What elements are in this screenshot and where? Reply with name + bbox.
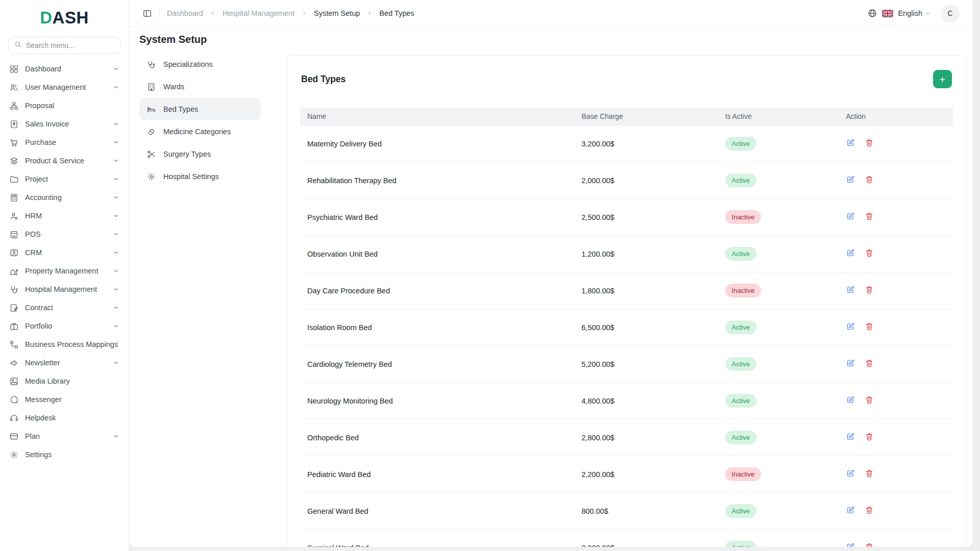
table-row: Maternity Delivery Bed3,200.00$Active xyxy=(300,126,953,162)
sidebar-item-product-service[interactable]: Product & Service xyxy=(5,152,124,170)
users-icon xyxy=(9,83,19,92)
delete-button[interactable] xyxy=(865,395,874,406)
app-logo: D ASH xyxy=(0,0,129,36)
trash-icon xyxy=(865,359,874,369)
status-badge: Active xyxy=(725,541,756,547)
sidebar-item-hrm[interactable]: HRM xyxy=(5,207,124,225)
breadcrumb-separator-icon xyxy=(366,10,373,16)
sidebar-item-label: Settings xyxy=(25,450,52,459)
sidebar-item-media-library[interactable]: Media Library xyxy=(5,372,124,390)
sidebar-nav: DashboardUser ManagementProposalSales In… xyxy=(0,54,129,551)
sidebar-item-sales-invoice[interactable]: Sales Invoice xyxy=(5,115,124,133)
sidebar-item-helpdesk[interactable]: Helpdesk xyxy=(5,409,124,427)
edit-button[interactable] xyxy=(846,395,855,406)
base-charge-cell: 5,200.00$ xyxy=(574,346,718,383)
action-cell xyxy=(839,346,953,383)
setup-menu-item-bed-types[interactable]: Bed Types xyxy=(139,98,261,120)
sidebar-item-crm[interactable]: CRM xyxy=(5,243,124,262)
sidebar-item-purchase[interactable]: Purchase xyxy=(5,133,124,152)
chevron-down-icon xyxy=(112,304,119,311)
delete-button[interactable] xyxy=(865,248,874,259)
column-header-is-active: Is Active xyxy=(718,108,839,126)
setup-menu-item-medicine-categories[interactable]: Medicine Categories xyxy=(139,120,261,143)
delete-button[interactable] xyxy=(865,469,874,480)
sidebar-item-hospital-management[interactable]: Hospital Management xyxy=(5,280,124,298)
delete-button[interactable] xyxy=(865,506,874,516)
table-row: Rehabilitation Therapy Bed2,000.00$Activ… xyxy=(300,162,953,199)
edit-button[interactable] xyxy=(846,542,855,547)
sidebar-search xyxy=(8,37,120,54)
search-input[interactable] xyxy=(26,41,115,49)
is-active-cell: Active xyxy=(718,493,839,530)
sidebar-item-settings[interactable]: Settings xyxy=(5,445,124,464)
sidebar-item-accounting[interactable]: Accounting xyxy=(5,188,124,207)
status-badge: Active xyxy=(725,431,756,444)
breadcrumb-separator-icon xyxy=(301,10,307,16)
breadcrumb-separator-icon xyxy=(210,10,216,16)
edit-button[interactable] xyxy=(846,285,855,296)
sidebar-item-project[interactable]: Project xyxy=(5,170,124,188)
edit-button[interactable] xyxy=(846,469,855,480)
sidebar-item-dashboard[interactable]: Dashboard xyxy=(5,60,124,78)
setup-menu: SpecializationsWardsBed TypesMedicine Ca… xyxy=(139,53,261,188)
sidebar-item-label: Media Library xyxy=(25,377,70,385)
breadcrumb-item-dashboard[interactable]: Dashboard xyxy=(167,9,203,17)
breadcrumb-item-hospital-management[interactable]: Hospital Management xyxy=(223,9,295,17)
sidebar-toggle-icon[interactable] xyxy=(142,9,152,18)
edit-icon xyxy=(846,175,855,186)
sidebar-item-business-process-mappings[interactable]: Business Process Mappings xyxy=(5,335,124,354)
edit-button[interactable] xyxy=(846,359,855,369)
sidebar-item-label: HRM xyxy=(25,212,42,220)
topbar: DashboardHospital ManagementSystem Setup… xyxy=(129,0,973,27)
edit-button[interactable] xyxy=(846,248,855,259)
store-icon xyxy=(9,230,19,239)
edit-button[interactable] xyxy=(846,432,855,443)
column-header-name: Name xyxy=(300,108,574,126)
edit-button[interactable] xyxy=(846,138,855,149)
delete-button[interactable] xyxy=(865,322,874,333)
sidebar-item-portfolio[interactable]: Portfolio xyxy=(5,317,124,335)
sidebar-item-label: Hospital Management xyxy=(25,285,97,293)
edit-icon xyxy=(846,248,855,259)
delete-button[interactable] xyxy=(865,175,874,186)
sidebar-item-newsletter[interactable]: Newsletter xyxy=(5,354,124,372)
sidebar-item-messenger[interactable]: Messenger xyxy=(5,390,124,409)
chevron-down-icon xyxy=(112,139,119,146)
bed-types-card: Bed Types + NameBase ChargeIs ActiveActi… xyxy=(286,55,967,547)
edit-button[interactable] xyxy=(846,212,855,222)
setup-menu-item-hospital-settings[interactable]: Hospital Settings xyxy=(139,165,261,188)
edit-button[interactable] xyxy=(846,322,855,333)
add-bed-type-button[interactable]: + xyxy=(933,70,952,88)
action-cell xyxy=(839,383,953,419)
delete-button[interactable] xyxy=(865,212,874,222)
edit-button[interactable] xyxy=(846,506,855,516)
setup-menu-item-surgery-types[interactable]: Surgery Types xyxy=(139,143,261,165)
language-selector[interactable]: English xyxy=(898,9,932,17)
table-row: Pediatric Ward Bed2,200.00$Inactive xyxy=(300,456,953,493)
topbar-right: English C xyxy=(867,4,960,23)
sidebar-item-proposal[interactable]: Proposal xyxy=(5,96,124,115)
avatar[interactable]: C xyxy=(941,4,960,23)
sidebar-item-contract[interactable]: Contract xyxy=(5,298,124,317)
sidebar-item-user-management[interactable]: User Management xyxy=(5,78,124,96)
sidebar-item-plan[interactable]: Plan xyxy=(5,427,124,445)
sidebar-item-label: Plan xyxy=(25,432,40,440)
delete-button[interactable] xyxy=(865,138,874,149)
edit-icon xyxy=(846,506,855,516)
sidebar-item-property-management[interactable]: Property Management xyxy=(5,262,124,280)
table-row: Orthopedic Bed2,800.00$Active xyxy=(300,419,953,456)
sidebar-item-pos[interactable]: POS xyxy=(5,225,124,243)
delete-button[interactable] xyxy=(865,432,874,443)
delete-button[interactable] xyxy=(865,285,874,296)
system-setup-layout: SpecializationsWardsBed TypesMedicine Ca… xyxy=(129,45,973,547)
action-cell xyxy=(839,236,953,272)
setup-menu-item-specializations[interactable]: Specializations xyxy=(139,53,261,76)
breadcrumb-item-system-setup[interactable]: System Setup xyxy=(314,9,360,17)
globe-icon[interactable] xyxy=(867,8,877,18)
delete-button[interactable] xyxy=(865,542,874,547)
scissors-icon xyxy=(146,149,156,159)
delete-button[interactable] xyxy=(865,359,874,369)
edit-button[interactable] xyxy=(846,175,855,186)
chevron-down-icon xyxy=(112,433,119,440)
setup-menu-item-wards[interactable]: Wards xyxy=(139,76,261,98)
